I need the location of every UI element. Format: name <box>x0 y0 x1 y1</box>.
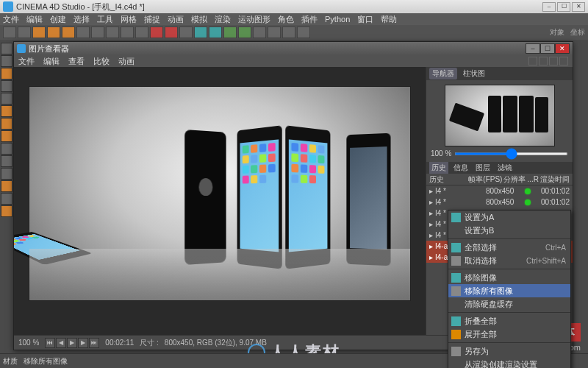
tool-deform[interactable] <box>253 26 266 38</box>
menu-anim[interactable]: 动画 <box>168 14 184 25</box>
ltool-2[interactable] <box>1 55 12 67</box>
tool-undo[interactable] <box>3 26 16 38</box>
ltool-10[interactable] <box>1 155 12 167</box>
play-first[interactable]: ⏮ <box>45 338 55 348</box>
menu-create[interactable]: 创建 <box>50 14 66 25</box>
pv-opt-4[interactable] <box>559 57 568 66</box>
tool-cam[interactable] <box>282 26 295 38</box>
status-size-label: 尺寸 : <box>140 338 159 348</box>
tool-xaxis[interactable] <box>91 26 104 38</box>
tool-render-region[interactable] <box>165 26 178 38</box>
menu-select[interactable]: 选择 <box>74 14 90 25</box>
tab-filter[interactable]: 滤镜 <box>495 162 514 174</box>
ltool-4[interactable] <box>1 80 12 92</box>
menu-snap[interactable]: 捕捉 <box>144 14 160 25</box>
context-menu-item[interactable]: 全部选择Ctrl+A <box>448 241 570 254</box>
tool-prim[interactable] <box>194 26 207 38</box>
close-button[interactable]: ✕ <box>572 2 585 12</box>
ltool-5[interactable] <box>1 93 12 105</box>
menu-edit[interactable]: 编辑 <box>26 14 43 25</box>
menu-mesh[interactable]: 网格 <box>121 14 137 25</box>
tool-coord[interactable] <box>135 26 148 38</box>
pv-menu-anim[interactable]: 动画 <box>118 56 135 67</box>
pv-menu-file[interactable]: 文件 <box>18 56 35 67</box>
ltool-12[interactable] <box>1 180 12 192</box>
ltool-8[interactable] <box>1 130 12 142</box>
context-menu-item[interactable]: 取消选择Ctrl+Shift+A <box>448 254 570 267</box>
tool-env[interactable] <box>268 26 281 38</box>
tab-info[interactable]: 信息 <box>451 162 470 174</box>
ltool-3[interactable] <box>1 68 12 79</box>
menu-plugin[interactable]: 插件 <box>301 14 318 25</box>
menu-python[interactable]: Python <box>325 15 350 24</box>
ltool-6[interactable] <box>1 105 12 117</box>
context-menu-item[interactable]: 移除图像 <box>448 271 570 284</box>
tool-array[interactable] <box>238 26 251 38</box>
tool-select[interactable] <box>76 26 90 38</box>
phone-lying <box>14 232 93 265</box>
render-viewport[interactable] <box>14 67 426 335</box>
ltool-7[interactable] <box>1 118 12 130</box>
menu-separator <box>448 342 570 343</box>
minimize-button[interactable]: – <box>542 2 556 12</box>
menu-sim[interactable]: 模拟 <box>191 14 207 25</box>
tool-redo[interactable] <box>18 26 31 38</box>
play-next[interactable]: ▶ <box>78 338 88 348</box>
ltool-11[interactable] <box>1 168 12 180</box>
hist-label: 历史 <box>429 174 467 185</box>
play-play[interactable]: ▶ <box>67 338 77 348</box>
tab-history[interactable]: 历史 <box>429 162 448 174</box>
zoom-slider[interactable] <box>454 152 568 155</box>
tool-yaxis[interactable] <box>106 26 119 38</box>
menu-char[interactable]: 角色 <box>278 14 294 25</box>
pv-opt-2[interactable] <box>539 57 548 66</box>
context-menu-item[interactable]: 设置为B <box>448 224 570 237</box>
pv-title-text: 图片查看器 <box>29 43 526 54</box>
menu-file[interactable]: 文件 <box>3 14 19 25</box>
menu-window[interactable]: 窗口 <box>357 14 373 25</box>
tab-navigator[interactable]: 导航器 <box>429 68 457 79</box>
tool-nurbs[interactable] <box>223 26 237 38</box>
tab-layers[interactable]: 图层 <box>473 162 492 174</box>
pv-maximize-button[interactable]: ☐ <box>540 43 555 54</box>
pv-title-bar[interactable]: 图片查看器 – ☐ ✕ <box>14 42 573 55</box>
play-last[interactable]: ⏭ <box>89 338 99 348</box>
menu-mograph[interactable]: 运动图形 <box>238 14 270 25</box>
context-menu-item[interactable]: 移除所有图像 <box>448 284 570 297</box>
context-menu-item[interactable]: 折叠全部 <box>448 314 570 328</box>
menu-tool[interactable]: 工具 <box>97 14 113 25</box>
context-menu-item[interactable]: 从渲染创建渲染设置 <box>448 358 570 368</box>
tool-render[interactable] <box>150 26 163 38</box>
tool-light[interactable] <box>297 26 310 38</box>
tab-histogram[interactable]: 柱状图 <box>460 68 488 79</box>
play-prev[interactable]: ◀ <box>56 338 66 348</box>
tool-render-view[interactable] <box>179 26 193 38</box>
maximize-button[interactable]: ☐ <box>557 2 570 12</box>
context-menu-item[interactable]: 清除硬盘缓存 <box>448 297 570 311</box>
tool-rotate[interactable] <box>62 26 75 38</box>
pv-opt-3[interactable] <box>549 57 558 66</box>
ltool-1[interactable] <box>1 43 12 54</box>
tool-scale[interactable] <box>47 26 60 38</box>
pv-menu-compare[interactable]: 比较 <box>93 56 110 67</box>
menu-render[interactable]: 渲染 <box>215 14 231 25</box>
bottom-tab-material[interactable]: 材质 <box>3 356 18 367</box>
tool-spline[interactable] <box>209 26 222 38</box>
pv-menu-edit[interactable]: 编辑 <box>43 56 60 67</box>
tool-zaxis[interactable] <box>121 26 134 38</box>
ltool-13[interactable] <box>1 193 12 205</box>
menu-help[interactable]: 帮助 <box>381 14 397 25</box>
pv-opt-1[interactable] <box>528 57 537 66</box>
history-row[interactable]: ▸I4 *800x45000:01:02 <box>426 197 573 208</box>
context-menu-item[interactable]: 展开全部 <box>448 328 570 341</box>
nav-thumbnail[interactable] <box>445 85 555 146</box>
pv-menu-view[interactable]: 查看 <box>68 56 85 67</box>
ltool-9[interactable] <box>1 143 12 155</box>
ltool-14[interactable] <box>1 205 12 217</box>
pv-close-button[interactable]: ✕ <box>555 43 570 54</box>
tool-move[interactable] <box>32 26 46 38</box>
pv-minimize-button[interactable]: – <box>526 43 540 54</box>
context-menu-item[interactable]: 另存为 <box>448 344 570 358</box>
history-row[interactable]: ▸I4 *800x45000:01:02 <box>426 185 573 197</box>
context-menu-item[interactable]: 设置为A <box>448 210 570 224</box>
